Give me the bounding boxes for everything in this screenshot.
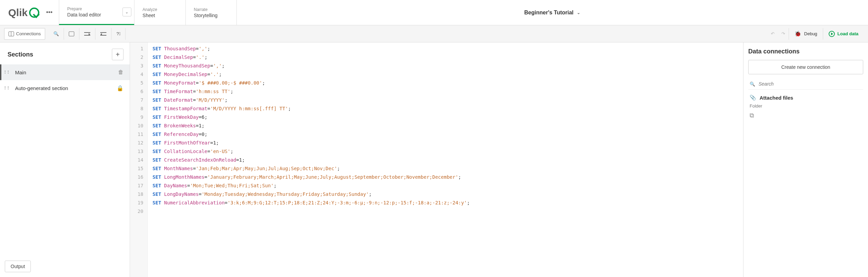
comment-toggle-button[interactable] [64,28,79,40]
folder-label: Folder [748,103,863,112]
lock-icon: 🔒 [117,85,124,91]
panel-icon [9,32,14,36]
main-area: Sections + Main 🗑 Auto-generated section… [0,42,868,277]
help-icon: ?⃝ [116,31,120,36]
nav-big: Storytelling [194,13,228,18]
indent-icon [84,32,90,36]
outdent-icon [100,32,106,36]
attachment-icon: 📎 [750,95,756,101]
more-menu-icon[interactable]: ••• [44,7,55,18]
indent-button[interactable] [79,28,95,40]
select-data-icon[interactable]: ⧉ [748,112,863,119]
connections-button[interactable]: Connections [4,28,45,40]
load-data-button[interactable]: Load data [823,28,864,40]
nav-big: Sheet [143,13,177,18]
nav-tab-narrate[interactable]: Narrate Storytelling [185,0,237,25]
load-label: Load data [838,31,858,36]
section-item-main[interactable]: Main 🗑 [0,64,130,80]
debug-button[interactable]: 🐞 Debug [789,28,822,40]
output-button[interactable]: Output [5,261,31,272]
qlik-q-icon [29,8,39,18]
create-connection-button[interactable]: Create new connection [748,60,863,74]
data-connections-panel: Data connections Create new connection 🔍… [743,42,868,277]
attached-files-header: 📎 Attached files [748,90,863,103]
sections-header: Sections + [0,42,130,64]
nav-small: Analyze [143,7,177,12]
bug-icon: 🐞 [794,30,801,37]
prepare-dropdown-icon[interactable]: ⌄ [122,8,131,16]
chevron-down-icon: ⌄ [577,10,580,15]
app-header: Qlik ••• Prepare Data load editor ⌄ Anal… [0,0,868,25]
drag-handle-icon[interactable] [4,70,10,75]
delete-section-icon[interactable]: 🗑 [118,69,124,75]
connection-search[interactable]: 🔍 [748,78,863,90]
attached-files-label: Attached files [760,95,793,101]
section-label: Auto-generated section [15,85,68,91]
redo-button[interactable]: ↷ [778,31,789,36]
comment-icon [69,32,74,36]
add-section-button[interactable]: + [112,49,124,60]
nav-small: Prepare [67,7,126,11]
section-label: Main [15,70,26,75]
code-editor[interactable]: 1234567891011121314151617181920 SET Thou… [130,42,743,277]
drag-handle-icon[interactable] [4,86,10,91]
toolbar: Connections 🔍 ?⃝ ↶ ↷ 🐞 Debug Load data [0,25,868,42]
search-icon: 🔍 [750,81,755,87]
section-item-autogen[interactable]: Auto-generated section 🔒 [0,80,130,96]
debug-label: Debug [804,31,817,36]
nav-tab-prepare[interactable]: Prepare Data load editor ⌄ [59,0,134,25]
connections-label: Connections [16,31,41,36]
app-title-dropdown[interactable]: Beginner's Tutorial ⌄ [237,0,868,25]
logo-area: Qlik ••• [0,0,59,25]
connection-search-input[interactable] [759,81,862,87]
nav-tabs: Prepare Data load editor ⌄ Analyze Sheet… [59,0,237,25]
search-button[interactable]: 🔍 [49,28,64,40]
app-title-text: Beginner's Tutorial [524,10,573,16]
data-connections-title: Data connections [748,48,863,55]
help-button[interactable]: ?⃝ [112,28,126,40]
code-content[interactable]: SET ThousandSep=',';SET DecimalSep='.';S… [148,42,475,277]
play-icon [829,31,835,37]
nav-tab-analyze[interactable]: Analyze Sheet [134,0,185,25]
outdent-button[interactable] [95,28,112,40]
nav-small: Narrate [194,7,228,12]
qlik-logo[interactable]: Qlik [8,7,39,18]
logo-text: Qlik [8,7,28,18]
undo-button[interactable]: ↶ [767,31,778,36]
search-icon: 🔍 [53,31,59,36]
line-gutter: 1234567891011121314151617181920 [130,42,148,277]
sections-title: Sections [8,51,33,58]
nav-big: Data load editor [67,12,126,17]
sections-panel: Sections + Main 🗑 Auto-generated section… [0,42,130,277]
